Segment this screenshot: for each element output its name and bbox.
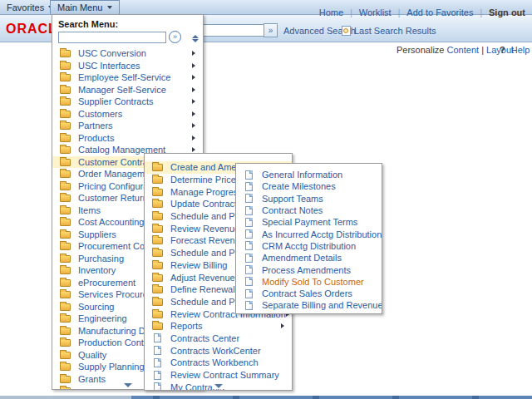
menu-item-label: CRM Acctg Distribution bbox=[262, 241, 356, 251]
document-icon bbox=[154, 346, 161, 355]
menu-item-modify-sold-to-customer[interactable]: Modify Sold To Customer bbox=[236, 276, 382, 288]
menu-item-label: Grants bbox=[78, 374, 106, 384]
submenu-arrow-icon bbox=[192, 63, 195, 68]
menu-search-go-button[interactable]: » bbox=[169, 31, 181, 43]
menu-item-label: General Information bbox=[262, 170, 342, 180]
menu-item-label: eProcurement bbox=[78, 278, 135, 288]
menu-item-label: Contracts WorkCenter bbox=[170, 346, 261, 356]
menu-item-contract-notes[interactable]: Contract Notes bbox=[236, 204, 382, 216]
worklist-link[interactable]: Worklist bbox=[359, 7, 392, 17]
folder-icon bbox=[60, 159, 71, 166]
help-link[interactable]: Help bbox=[511, 45, 530, 55]
folder-icon bbox=[152, 323, 163, 330]
menu-item-label: Process Amendments bbox=[262, 265, 351, 275]
global-search-input[interactable] bbox=[198, 24, 264, 37]
submenu-scroll-down-button[interactable] bbox=[213, 382, 224, 389]
menu-item-general-information[interactable]: General Information bbox=[236, 169, 382, 180]
menu-item-usc-conversion[interactable]: USC Conversion bbox=[52, 47, 203, 60]
menu-item-label: Review Billing bbox=[170, 260, 227, 270]
submenu-arrow-icon bbox=[192, 99, 195, 104]
menu-item-label: Contract Notes bbox=[262, 205, 323, 215]
menu-item-label: Purchasing bbox=[78, 254, 124, 264]
document-icon bbox=[245, 218, 253, 227]
favorites-menu[interactable]: Favorites bbox=[7, 2, 53, 12]
menu-item-label: Forecast Revenue bbox=[170, 235, 245, 245]
main-menu-button[interactable]: Main Menu bbox=[50, 0, 120, 14]
folder-icon bbox=[60, 363, 71, 371]
folder-icon bbox=[60, 74, 71, 81]
folder-icon bbox=[60, 291, 71, 298]
menu-item-create-milestones[interactable]: Create Milestones bbox=[236, 180, 382, 192]
menu-item-separate-billing-and-revenue[interactable]: Separate Billing and Revenue bbox=[236, 299, 382, 311]
folder-icon bbox=[152, 176, 163, 184]
menu-item-label: Support Teams bbox=[262, 194, 323, 204]
menu-item-label: Inventory bbox=[78, 265, 116, 275]
folder-icon bbox=[152, 274, 163, 282]
menu-scroll-down-button[interactable] bbox=[122, 382, 134, 388]
menu-item-partners[interactable]: Partners bbox=[52, 120, 203, 132]
menu-item-supplier-contracts[interactable]: Supplier Contracts bbox=[52, 96, 203, 108]
folder-icon bbox=[152, 213, 163, 220]
separator: | bbox=[398, 8, 401, 17]
menu-item-customers[interactable]: Customers bbox=[52, 108, 203, 121]
menu-item-usc-interfaces[interactable]: USC Interfaces bbox=[52, 60, 203, 72]
document-icon bbox=[245, 194, 253, 203]
global-search-go-button[interactable]: » bbox=[264, 23, 278, 37]
submenu-arrow-icon bbox=[192, 123, 195, 128]
document-icon bbox=[245, 277, 253, 286]
menu-item-label: Customer Returns bbox=[78, 193, 152, 203]
folder-icon bbox=[60, 62, 71, 70]
separator: | bbox=[350, 8, 352, 17]
menu-item-employee-self-service[interactable]: Employee Self-Service bbox=[52, 71, 203, 84]
document-icon bbox=[154, 358, 161, 367]
menu-item-label: Reports bbox=[170, 321, 203, 331]
search-menu-label: Search Menu: bbox=[58, 19, 203, 29]
document-icon bbox=[245, 289, 253, 298]
help-area: ? Help bbox=[500, 45, 530, 55]
scroll-down-icon bbox=[214, 384, 223, 388]
personalize-bar: Personalize Content | Layout bbox=[397, 45, 514, 55]
menu-item-contracts-workcenter[interactable]: Contracts WorkCenter bbox=[145, 344, 292, 357]
menu-item-label: Customers bbox=[78, 109, 122, 119]
folder-icon bbox=[60, 376, 71, 383]
menu-item-label: Create Milestones bbox=[262, 181, 336, 191]
menu-item-support-teams[interactable]: Support Teams bbox=[236, 193, 382, 204]
last-search-results-link[interactable]: Last Search Results bbox=[354, 26, 436, 36]
menu-item-label: Review Contract Summary bbox=[170, 370, 279, 380]
menu-item-label: Supplier Contracts bbox=[78, 96, 154, 106]
menu-item-contract-sales-orders[interactable]: Contract Sales Orders bbox=[236, 288, 382, 299]
help-icon: ? bbox=[500, 45, 505, 55]
menu-item-manager-self-service[interactable]: Manager Self-Service bbox=[52, 84, 203, 96]
folder-icon bbox=[60, 267, 71, 274]
personalize-content-link[interactable]: Content bbox=[447, 45, 480, 55]
menu-item-process-amendments[interactable]: Process Amendments bbox=[236, 264, 382, 275]
menu-scroll-up-down-control[interactable] bbox=[192, 35, 199, 42]
menu-item-label: Cost Accounting bbox=[78, 217, 145, 227]
menu-item-contracts-center[interactable]: Contracts Center bbox=[145, 332, 292, 345]
document-icon bbox=[154, 382, 161, 391]
menu-item-label: Amendment Details bbox=[262, 253, 342, 263]
menu-item-reports[interactable]: Reports bbox=[145, 320, 292, 332]
menu-item-label: Production Control bbox=[78, 337, 154, 347]
folder-icon bbox=[152, 189, 163, 196]
menu-item-as-incurred-acctg-distribution[interactable]: As Incurred Acctg Distribution bbox=[236, 228, 382, 239]
menu-item-contracts-workbench[interactable]: Contracts Workbench bbox=[145, 357, 292, 369]
menu-item-products[interactable]: Products bbox=[52, 132, 203, 145]
menu-item-special-payment-terms[interactable]: Special Payment Terms bbox=[236, 216, 382, 228]
scroll-up-icon bbox=[192, 35, 199, 38]
menu-item-label: Special Payment Terms bbox=[262, 217, 357, 227]
scroll-down-icon bbox=[124, 383, 132, 387]
menu-item-review-contract-summary[interactable]: Review Contract Summary bbox=[145, 369, 292, 382]
folder-icon bbox=[152, 237, 163, 244]
menu-item-amendment-details[interactable]: Amendment Details bbox=[236, 252, 382, 264]
folder-icon bbox=[152, 298, 163, 306]
submenu-arrow-icon bbox=[192, 135, 195, 140]
folder-icon bbox=[60, 387, 71, 390]
menu-search-input[interactable] bbox=[58, 32, 166, 43]
menu-item-label: Suppliers bbox=[78, 229, 116, 239]
menu-item-crm-acctg-distribution[interactable]: CRM Acctg Distribution bbox=[236, 240, 382, 252]
add-to-favorites-link[interactable]: Add to Favorites bbox=[406, 7, 473, 17]
submenu-arrow-icon bbox=[192, 111, 195, 116]
home-link[interactable]: Home bbox=[319, 7, 343, 17]
sign-out-link[interactable]: Sign out bbox=[489, 7, 525, 17]
